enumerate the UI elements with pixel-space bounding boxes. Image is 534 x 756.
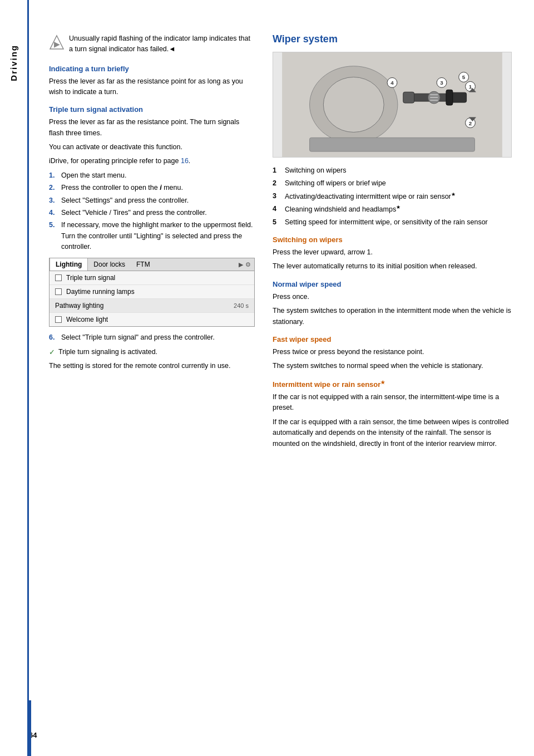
idrive-label-welcome: Welcome light xyxy=(66,316,249,323)
checkmark-icon: ✓ xyxy=(49,348,55,356)
wiper-diagram: 1 2 3 4 xyxy=(273,52,511,157)
idrive-tab-doorlocks: Door locks xyxy=(88,258,131,271)
left-column: ▶ Unusually rapid flashing of the indica… xyxy=(49,33,255,734)
page-link[interactable]: 16 xyxy=(181,157,189,165)
intermittent-text1: If the car is not equipped with a rain s… xyxy=(273,392,512,414)
svg-text:▶: ▶ xyxy=(54,40,60,48)
idrive-value-pathway: 240 s xyxy=(234,302,249,309)
idrive-menu: Lighting Door locks FTM ▶ ⚙ Triple turn … xyxy=(49,258,255,327)
svg-point-4 xyxy=(323,77,384,132)
switching-on-text2: The lever automatically returns to its i… xyxy=(273,261,512,272)
step-2: 2. Press the controller to open the i me… xyxy=(49,183,255,193)
triple-text3: iDrive, for operating principle refer to… xyxy=(49,156,255,166)
idrive-row-pathway: Pathway lighting 240 s xyxy=(50,299,254,313)
normal-speed-text1: Press once. xyxy=(273,292,512,302)
fast-speed-text2: The system switches to normal speed when… xyxy=(273,361,512,371)
sidebar: Driving xyxy=(0,0,29,756)
idrive-label-pathway: Pathway lighting xyxy=(55,302,234,310)
steps-list: 1. Open the start menu. 2. Press the con… xyxy=(49,170,255,253)
switching-on-text1: Press the lever upward, arrow 1. xyxy=(273,247,512,258)
svg-text:1: 1 xyxy=(469,84,472,90)
checkmark-line: ✓ Triple turn signaling is activated. xyxy=(49,348,255,356)
svg-rect-6 xyxy=(403,92,414,103)
closing-text: The setting is stored for the remote con… xyxy=(49,361,255,371)
step-3: 3. Select "Settings" and press the contr… xyxy=(49,195,255,206)
triple-text1: Press the lever as far as the resistance… xyxy=(49,117,255,139)
idrive-label-triple: Triple turn signal xyxy=(66,274,249,282)
normal-speed-heading: Normal wiper speed xyxy=(273,280,512,288)
idrive-checkbox-triple xyxy=(55,274,62,281)
indicating-text: Press the lever as far as the resistance… xyxy=(49,76,255,98)
idrive-label-daytime: Daytime running lamps xyxy=(66,288,249,296)
intermittent-text2: If the car is equipped with a rain senso… xyxy=(273,417,512,449)
idrive-row-welcome: Welcome light xyxy=(50,313,254,326)
notice-text: Unusually rapid flashing of the indicato… xyxy=(69,33,255,55)
normal-speed-text2: The system switches to operation in the … xyxy=(273,306,512,327)
svg-text:2: 2 xyxy=(469,120,472,126)
idrive-gear-icon: ⚙ xyxy=(245,261,251,268)
wiper-item-4: 4 Cleaning windshield and headlamps★ xyxy=(273,204,512,215)
wiper-image-container: 1 2 3 4 xyxy=(273,52,512,158)
step-4: 4. Select "Vehicle / Tires" and press th… xyxy=(49,208,255,218)
intermittent-heading: Intermittent wipe or rain sensor★ xyxy=(273,380,512,389)
fast-speed-text1: Press twice or press beyond the resistan… xyxy=(273,347,512,357)
idrive-row-daytime: Daytime running lamps xyxy=(50,285,254,299)
svg-rect-25 xyxy=(446,90,453,105)
switching-on-heading: Switching on wipers xyxy=(273,235,512,244)
idrive-play-icon: ▶ xyxy=(239,261,243,268)
indicating-heading: Indicating a turn briefly xyxy=(49,65,255,73)
svg-text:5: 5 xyxy=(462,74,466,80)
wiper-item-3: 3 Activating/deactivating intermittent w… xyxy=(273,191,512,202)
sidebar-label: Driving xyxy=(9,45,18,81)
step6-area: 6. Select "Triple turn signal" and press… xyxy=(49,332,255,371)
idrive-checkbox-daytime xyxy=(55,288,62,295)
blue-accent-bar xyxy=(29,700,31,756)
page-container: Driving ▶ Unusually rapid flashing of th… xyxy=(0,0,534,756)
right-column: Wiper system 1 xyxy=(273,33,512,734)
wiper-items-list: 1 Switching on wipers 2 Switching off wi… xyxy=(273,165,512,228)
svg-text:4: 4 xyxy=(390,80,394,86)
notice-icon: ▶ xyxy=(49,35,65,50)
svg-rect-24 xyxy=(310,138,475,151)
wiper-item-1: 1 Switching on wipers xyxy=(273,165,512,176)
idrive-tab-ftm: FTM xyxy=(131,258,156,271)
step6-list: 6. Select "Triple turn signal" and press… xyxy=(49,332,255,343)
main-content: ▶ Unusually rapid flashing of the indica… xyxy=(29,0,534,756)
wiper-heading: Wiper system xyxy=(273,33,512,45)
idrive-checkbox-welcome xyxy=(55,316,62,323)
wiper-item-5: 5 Setting speed for intermittent wipe, o… xyxy=(273,217,512,228)
step-5: 5. If necessary, move the highlight mark… xyxy=(49,220,255,252)
step-1: 1. Open the start menu. xyxy=(49,170,255,181)
fast-speed-heading: Fast wiper speed xyxy=(273,335,512,343)
idrive-menu-tabs: Lighting Door locks FTM ▶ ⚙ xyxy=(50,258,254,271)
step-6: 6. Select "Triple turn signal" and press… xyxy=(49,332,255,343)
wiper-item-2: 2 Switching off wipers or brief wipe xyxy=(273,178,512,189)
idrive-tab-icons: ▶ ⚙ xyxy=(239,261,254,268)
idrive-row-triple: Triple turn signal xyxy=(50,271,254,285)
triple-text2: You can activate or deactivate this func… xyxy=(49,142,255,153)
notice-box: ▶ Unusually rapid flashing of the indica… xyxy=(49,33,255,55)
svg-text:3: 3 xyxy=(440,80,443,86)
triple-heading: Triple turn signal activation xyxy=(49,105,255,114)
idrive-tab-lighting: Lighting xyxy=(50,258,88,271)
